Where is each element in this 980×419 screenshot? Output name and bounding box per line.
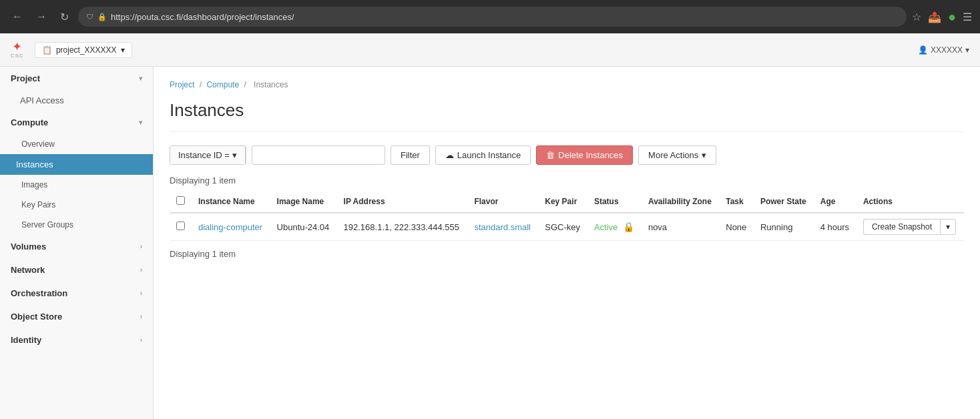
col-key-pair: Key Pair: [538, 191, 587, 213]
more-actions-button[interactable]: More Actions ▾: [638, 145, 716, 165]
sidebar-item-images[interactable]: Images: [0, 175, 153, 195]
reload-button[interactable]: ↻: [56, 8, 73, 26]
filter-dropdown-btn[interactable]: Instance ID = ▾: [170, 146, 246, 164]
instance-name-link[interactable]: dialing-computer: [198, 222, 262, 232]
display-info-top: Displaying 1 item: [170, 175, 964, 185]
sidebar-item-label: Images: [21, 180, 47, 189]
breadcrumb-compute[interactable]: Compute: [206, 80, 239, 89]
user-chevron-icon: ▾: [965, 45, 969, 55]
filter-button-label: Filter: [401, 150, 420, 160]
col-status: Status: [587, 191, 642, 213]
extension-icon[interactable]: 📤: [928, 11, 941, 23]
sidebar-volumes-header[interactable]: Volumes ›: [0, 235, 153, 258]
power-state-cell: Running: [754, 213, 814, 241]
row-checkbox-cell[interactable]: [170, 213, 192, 241]
col-actions: Actions: [856, 191, 964, 213]
filter-button[interactable]: Filter: [391, 145, 430, 165]
project-chevron-icon: ▾: [139, 75, 142, 82]
status-cell: Active 🔒: [587, 213, 642, 241]
profile-icon[interactable]: ●: [948, 9, 956, 25]
forward-button[interactable]: →: [32, 8, 51, 25]
age-cell: 4 hours: [814, 213, 856, 241]
user-icon: 👤: [918, 45, 928, 55]
sidebar-item-label: Instances: [16, 159, 53, 169]
sidebar-object-store-header[interactable]: Object Store ›: [0, 305, 153, 328]
menu-icon[interactable]: ☰: [963, 11, 972, 23]
sidebar-volumes-label: Volumes: [11, 242, 46, 252]
object-store-chevron-icon: ›: [140, 313, 142, 320]
flavor-cell: standard.small: [467, 213, 538, 241]
content-area: Project / Compute / Instances Instances …: [154, 67, 980, 419]
volumes-chevron-icon: ›: [140, 243, 142, 250]
username: XXXXXX: [931, 45, 963, 55]
availability-zone-value: nova: [648, 222, 667, 232]
col-instance-name: Instance Name: [192, 191, 270, 213]
network-chevron-icon: ›: [140, 266, 142, 274]
task-value: None: [726, 222, 746, 232]
display-info-bottom: Displaying 1 item: [170, 249, 964, 259]
toolbar: Instance ID = ▾ Filter ☁ Launch Instance…: [170, 145, 964, 165]
breadcrumb-sep2: /: [244, 80, 248, 89]
filter-dropdown-label: Instance ID =: [178, 150, 230, 160]
create-snapshot-button[interactable]: Create Snapshot: [863, 219, 940, 235]
sidebar-identity-header[interactable]: Identity ›: [0, 328, 153, 352]
sidebar-project-label: Project: [11, 73, 40, 83]
project-name: project_XXXXXX: [56, 45, 117, 55]
page-title: Instances: [170, 100, 964, 132]
sidebar-project-header[interactable]: Project ▾: [0, 67, 153, 90]
delete-instances-button[interactable]: 🗑 Delete Instances: [536, 145, 633, 165]
sidebar-item-server-groups[interactable]: Server Groups: [0, 215, 153, 235]
sidebar-item-label: Key Pairs: [21, 200, 55, 210]
status-badge: Active: [594, 222, 618, 232]
table-row: dialing-computer Ubuntu-24.04 192.168.1.…: [170, 213, 964, 241]
col-ip-address: IP Address: [337, 191, 468, 213]
actions-dropdown-button[interactable]: ▾: [940, 219, 956, 235]
sidebar-compute-header[interactable]: Compute ▾: [0, 111, 153, 134]
project-selector[interactable]: 📋 project_XXXXXX ▾: [35, 42, 132, 58]
image-name-cell: Ubuntu-24.04: [270, 213, 337, 241]
lock-icon: 🔒: [97, 13, 107, 21]
actions-group: Create Snapshot ▾: [863, 219, 957, 235]
bookmark-icon[interactable]: ☆: [912, 11, 921, 23]
select-all-checkbox[interactable]: [176, 196, 185, 205]
ip-address-cell: 192.168.1.1, 222.333.444.555: [337, 213, 468, 241]
launch-instance-button[interactable]: ☁ Launch Instance: [435, 145, 531, 165]
flavor-link[interactable]: standard.small: [474, 222, 531, 232]
identity-chevron-icon: ›: [140, 336, 142, 344]
address-bar[interactable]: 🛡 🔒 https://pouta.csc.fi/dashboard/proje…: [78, 7, 907, 27]
row-checkbox[interactable]: [176, 222, 185, 230]
col-age: Age: [814, 191, 856, 213]
sidebar-item-overview[interactable]: Overview: [0, 134, 153, 154]
sidebar-item-api-access[interactable]: API Access: [0, 90, 153, 111]
main-layout: Project ▾ API Access Compute ▾ Overview …: [0, 67, 980, 419]
image-name-value: Ubuntu-24.04: [277, 222, 330, 232]
sidebar-item-key-pairs[interactable]: Key Pairs: [0, 195, 153, 215]
select-all-header[interactable]: [170, 191, 192, 213]
sidebar-item-label: API Access: [20, 95, 64, 105]
delete-button-label: Delete Instances: [558, 150, 623, 160]
browser-actions: ☆ 📤 ● ☰: [912, 9, 972, 25]
sidebar-item-label: Server Groups: [21, 220, 73, 230]
back-button[interactable]: ←: [8, 8, 27, 25]
instances-table: Instance Name Image Name IP Address Flav…: [170, 191, 964, 241]
sidebar-network-header[interactable]: Network ›: [0, 258, 153, 282]
sidebar-item-instances[interactable]: Instances: [0, 154, 153, 175]
delete-icon: 🗑: [546, 150, 555, 160]
filter-input[interactable]: [252, 145, 385, 165]
breadcrumb: Project / Compute / Instances: [170, 80, 964, 89]
col-power-state: Power State: [754, 191, 814, 213]
project-icon: 📋: [42, 45, 52, 55]
power-state-value: Running: [760, 222, 792, 232]
logo-text: CSC: [11, 53, 24, 59]
breadcrumb-project[interactable]: Project: [170, 80, 194, 89]
launch-icon: ☁: [445, 150, 454, 160]
more-actions-chevron-icon: ▾: [702, 150, 706, 160]
user-menu[interactable]: 👤 XXXXXX ▾: [918, 45, 969, 55]
actions-cell: Create Snapshot ▾: [856, 213, 964, 241]
orchestration-chevron-icon: ›: [140, 290, 142, 297]
security-icon: 🛡: [86, 13, 93, 21]
sidebar-orchestration-header[interactable]: Orchestration ›: [0, 282, 153, 305]
app-header-left: ✦ CSC 📋 project_XXXXXX ▾: [11, 41, 132, 59]
filter-dropdown[interactable]: Instance ID = ▾: [170, 145, 246, 165]
sidebar-orchestration-label: Orchestration: [11, 288, 67, 298]
